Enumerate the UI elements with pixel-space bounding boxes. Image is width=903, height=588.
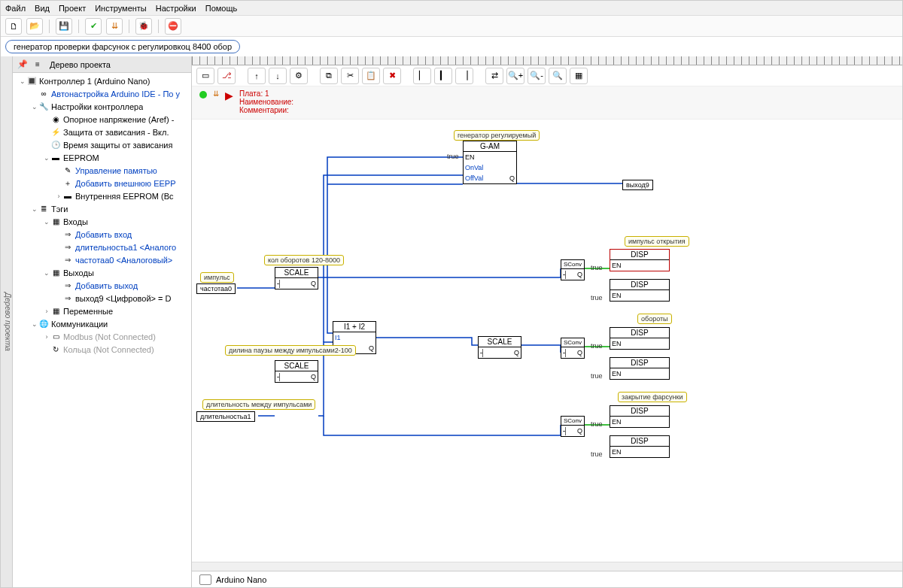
tree-node[interactable]: ＋Добавить внешнюю EEPР [13, 177, 191, 189]
project-bar: генератор проверки фарсунок с регулировк… [1, 37, 902, 56]
twisty-icon[interactable]: ⌄ [43, 218, 50, 226]
pin-icon[interactable]: 📌 [17, 59, 28, 69]
block-gam[interactable]: G-AM EN OnVal OffValQ [463, 141, 517, 184]
add-branch-button[interactable]: ⎇ [217, 68, 236, 84]
block-disp-1a[interactable]: DISP EN [610, 249, 670, 271]
menu-view[interactable]: Вид [35, 4, 50, 13]
tree-node[interactable]: ⇒выход9 <Цифровой> = D [13, 292, 191, 305]
zoom-fit-button[interactable]: 🔍 [549, 68, 567, 84]
block-sconv-2[interactable]: SConv ┤Q [561, 338, 585, 359]
tree-node[interactable]: ⌄🌐Коммуникации [13, 317, 191, 330]
menu-settings[interactable]: Настройки [156, 4, 196, 13]
tree-node[interactable]: ⇒Добавить выход [13, 279, 191, 292]
tree-node[interactable]: ✎Управление памятью [13, 164, 191, 177]
block-disp-3b[interactable]: DISP EN [610, 435, 670, 458]
download-icon: ⇊ [213, 89, 219, 98]
node-icon: 🕒 [50, 140, 61, 150]
block-scale-3[interactable]: SCALE ┤Q [275, 360, 318, 383]
twisty-icon[interactable]: › [43, 333, 50, 341]
new-button[interactable]: 🗋 [5, 18, 22, 35]
block-sconv-3[interactable]: SConv ┤Q [561, 416, 585, 437]
zoom-in-button[interactable]: 🔍+ [506, 68, 524, 84]
tree-node[interactable]: ›▭Modbus (Not Connected) [13, 330, 191, 343]
io-terminal[interactable]: частотаа0 [196, 283, 236, 294]
annotation-tag[interactable]: обороты [637, 314, 672, 324]
block-disp-2b[interactable]: DISP EN [610, 357, 670, 380]
project-tree[interactable]: ⌄🔳Контроллер 1 (Arduino Nano)∞Автонастро… [13, 73, 191, 587]
menu-help[interactable]: Помощь [205, 4, 238, 13]
twisty-icon[interactable]: ⌄ [19, 77, 26, 85]
node-label: Коммуникации [51, 320, 108, 329]
tree-node[interactable]: ›▦Переменные [13, 305, 191, 317]
block-disp-2a[interactable]: DISP EN [610, 327, 670, 350]
tree-node[interactable]: 🕒Время защиты от зависания [13, 138, 191, 151]
twisty-icon[interactable]: ⌄ [31, 205, 38, 213]
twisty-icon[interactable]: › [55, 192, 62, 200]
debug-button[interactable]: 🐞 [135, 18, 152, 35]
zoom-out-button[interactable]: 🔍- [528, 68, 546, 84]
twisty-icon[interactable]: ⌄ [43, 269, 50, 277]
node-icon: ≣ [38, 204, 49, 214]
tree-node[interactable]: ⌄▬EEPROM [13, 151, 191, 164]
cut-button[interactable]: ✂ [341, 68, 359, 84]
tree-node[interactable]: ⌄🔧Настройки контроллера [13, 100, 191, 113]
copy-button[interactable]: ⧉ [320, 68, 338, 84]
upload-button[interactable]: ⇊ [106, 18, 123, 35]
tree-node[interactable]: ⚡Защита от зависания - Вкл. [13, 126, 191, 138]
tree-node[interactable]: ↻Кольца (Not Connected) [13, 343, 191, 356]
menu-project[interactable]: Проект [59, 4, 86, 13]
twisty-icon[interactable]: ⌄ [31, 103, 38, 111]
tree-node[interactable]: ∞Автонастройка Arduino IDE - По у [13, 87, 191, 100]
align-right-button[interactable]: ▕ [455, 68, 473, 84]
annotation-tag[interactable]: генератор регулируемый [454, 130, 540, 141]
menu-tools[interactable]: Инструменты [95, 4, 147, 13]
check-button[interactable]: ✔ [85, 18, 102, 35]
twisty-icon[interactable]: ⌄ [31, 320, 38, 328]
block-disp-3a[interactable]: DISP EN [610, 405, 670, 428]
twisty-icon[interactable]: › [43, 308, 50, 315]
annotation-tag[interactable]: закрытие фарсунки [618, 392, 687, 402]
paste-button[interactable]: 📋 [362, 68, 380, 84]
grid-button[interactable]: ▦ [570, 68, 588, 84]
io-terminal[interactable]: длительностьа1 [196, 411, 255, 422]
align-center-button[interactable]: ▎ [434, 68, 452, 84]
tree-node[interactable]: ◉Опорное напряжение (Aref) - [13, 113, 191, 126]
tree-node[interactable]: ⇒длительностьа1 <Аналого [13, 241, 191, 253]
tree-node[interactable]: ›▬Внутренняя EEPROM (Вс [13, 189, 191, 202]
block-disp-1b[interactable]: DISP EN [610, 279, 670, 302]
horizontal-scrollbar[interactable] [192, 562, 902, 571]
tree-node[interactable]: ⌄🔳Контроллер 1 (Arduino Nano) [13, 74, 191, 87]
settings-icon[interactable]: ⚙ [290, 68, 308, 84]
tree-node[interactable]: ⌄≣Тэги [13, 202, 191, 215]
tree-node[interactable]: ⇒частотаа0 <Аналоговый> [13, 253, 191, 266]
diagram-canvas[interactable]: G-AM EN OnVal OffValQ SCALE ┤Q I1 + I2 I… [192, 120, 899, 556]
name-label: Наименование: [239, 98, 293, 106]
save-button[interactable]: 💾 [56, 18, 72, 35]
open-button[interactable]: 📂 [26, 18, 43, 35]
diagram-scroll[interactable]: G-AM EN OnVal OffValQ SCALE ┤Q I1 + I2 I… [192, 120, 902, 562]
block-scale-1[interactable]: SCALE ┤Q [275, 267, 318, 289]
annotation-tag[interactable]: импульс [200, 272, 234, 283]
sidebar-vertical-tab[interactable]: Дерево проекта [1, 56, 13, 587]
tree-node[interactable]: ⌄▦Выходы [13, 266, 191, 279]
add-block-button[interactable]: ▭ [196, 68, 214, 84]
block-scale-2[interactable]: SCALE ┤Q [478, 336, 521, 359]
stop-button[interactable]: ⛔ [165, 18, 181, 35]
move-down-button[interactable]: ↓ [269, 68, 287, 84]
delete-button[interactable]: ✖ [383, 68, 401, 84]
twisty-icon[interactable]: ⌄ [43, 154, 50, 162]
node-icon: ▦ [50, 217, 61, 227]
annotation-tag[interactable]: импульс открытия [625, 236, 689, 247]
annotation-tag[interactable]: длительность между импульсами [202, 399, 315, 410]
tree-node[interactable]: ⌄▦Входы [13, 215, 191, 228]
block-sconv-1[interactable]: SConv ┤Q [561, 259, 585, 280]
share-button[interactable]: ⇄ [485, 68, 503, 84]
menu-file[interactable]: Файл [5, 4, 26, 13]
tree-node[interactable]: ⇒Добавить вход [13, 228, 191, 241]
annotation-tag[interactable]: кол оборотов 120-8000 [264, 255, 344, 265]
align-left-button[interactable]: ▏ [413, 68, 431, 84]
project-name-field[interactable]: генератор проверки фарсунок с регулировк… [5, 40, 240, 53]
io-terminal[interactable]: выход9 [622, 180, 653, 190]
annotation-tag[interactable]: дилина паузы между импульсами2-100 [225, 345, 356, 356]
move-up-button[interactable]: ↑ [248, 68, 266, 84]
